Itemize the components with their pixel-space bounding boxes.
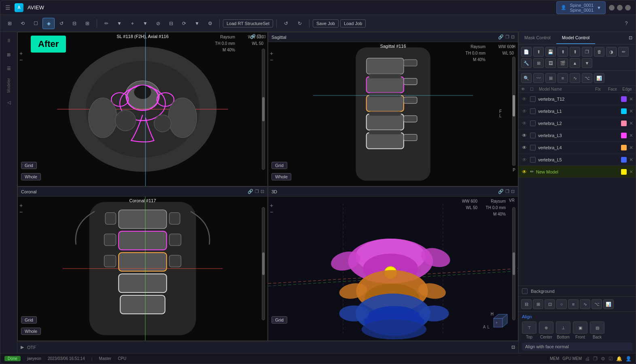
tab-model-control[interactable]: Model Control: [556, 32, 595, 44]
toolbar-btn-grid[interactable]: ⊞: [4, 18, 16, 29]
sidebar-icon-dots[interactable]: ⠿: [3, 35, 15, 47]
coronal-slider[interactable]: [262, 207, 265, 320]
sidebar-icon-arrow[interactable]: ◁: [3, 97, 15, 108]
sagittal-icon-link[interactable]: 🔗: [498, 34, 504, 40]
axial-grid-button[interactable]: Grid: [21, 162, 37, 169]
sidebar-icon-grid[interactable]: ⊞: [3, 49, 15, 60]
coronal-grid-button[interactable]: Grid: [21, 316, 37, 324]
panel-btn-video[interactable]: 🎬: [558, 58, 568, 68]
align-btn-front[interactable]: ▣ Front: [573, 322, 587, 339]
minimize-button[interactable]: ─: [609, 5, 615, 11]
model-check-l4[interactable]: [530, 145, 536, 150]
panel-btn-copy[interactable]: ❐: [582, 47, 592, 57]
sagittal-zoom-minus[interactable]: −: [270, 57, 273, 63]
toolbar-btn-rotate[interactable]: ⟳: [178, 18, 190, 29]
align-icon-3[interactable]: ⊡: [545, 299, 555, 309]
panel-btn-curve[interactable]: ∿: [570, 73, 580, 83]
status-icon-3[interactable]: ⚙: [601, 356, 605, 362]
toolbar-btn-layout[interactable]: ⟲: [17, 18, 29, 29]
panel-btn-chart[interactable]: 📊: [594, 73, 604, 83]
panel-btn-upload[interactable]: ⬆: [558, 47, 568, 57]
panel-btn-upload2[interactable]: ⬆: [570, 47, 580, 57]
model-check-t12[interactable]: [530, 96, 536, 102]
toolbar-btn-arrow[interactable]: ▼: [113, 18, 125, 29]
3d-icon-link[interactable]: 🔗: [498, 189, 504, 194]
otf-expand-icon[interactable]: ▶: [21, 345, 24, 350]
model-eye-t12[interactable]: 👁: [521, 96, 528, 102]
coronal-zoom-plus[interactable]: +: [19, 202, 23, 209]
axial-icon-copy[interactable]: ❐: [257, 34, 261, 39]
toolbar-btn-delete[interactable]: ⊟: [165, 18, 177, 29]
panel-btn-smooth[interactable]: 〰: [533, 73, 544, 83]
new-model-delete[interactable]: ✕: [629, 169, 633, 175]
panel-btn-grid[interactable]: ⊞: [533, 58, 544, 68]
3d-slider[interactable]: [512, 207, 515, 320]
toolbar-btn-pen[interactable]: ✏: [100, 18, 112, 29]
load-rt-button[interactable]: Load RT StructureSet: [223, 19, 273, 28]
load-job-button[interactable]: Load Job: [340, 19, 366, 28]
align-icon-5[interactable]: ≡: [568, 299, 579, 309]
panel-btn-fork[interactable]: ⌥: [582, 73, 592, 83]
panel-btn-save[interactable]: 💾: [545, 47, 556, 57]
panel-btn-delete[interactable]: 🗑: [594, 47, 604, 57]
axial-zoom-plus[interactable]: +: [19, 50, 23, 57]
panel-btn-wrench[interactable]: 🔧: [521, 58, 532, 68]
toolbar-btn-active[interactable]: ◈: [42, 18, 55, 29]
dropdown-icon[interactable]: ▼: [597, 5, 601, 10]
panel-btn-zoom[interactable]: 🔍: [521, 73, 532, 83]
toolbar-btn-redo[interactable]: ↻: [294, 18, 306, 29]
align-icon-4[interactable]: ○: [556, 299, 567, 309]
toolbar-btn-settings[interactable]: ⚙: [204, 18, 216, 29]
3d-icon-expand[interactable]: ⊡: [511, 189, 515, 194]
coronal-zoom-minus[interactable]: −: [19, 209, 23, 215]
toolbar-btn-plus[interactable]: ⊞: [81, 18, 93, 29]
toolbar-btn-arrow2[interactable]: ▼: [139, 18, 151, 29]
nav-cube[interactable]: P: [490, 312, 510, 332]
model-check-l3[interactable]: [530, 133, 536, 138]
sagittal-whole-button[interactable]: Whole: [271, 173, 291, 180]
toolbar-btn-window[interactable]: ☐: [30, 18, 42, 29]
sagittal-slider[interactable]: [512, 57, 515, 166]
otf-right-icon[interactable]: ⊡: [511, 345, 515, 350]
align-btn-bottom[interactable]: ⊥ Bottom: [556, 322, 570, 339]
sagittal-icon-copy[interactable]: ❐: [505, 34, 509, 40]
panel-btn-triangle[interactable]: ▲: [570, 58, 580, 68]
panel-btn-lines[interactable]: ≡: [558, 73, 568, 83]
coronal-icon-link[interactable]: 🔗: [248, 189, 253, 194]
align-btn-center[interactable]: ⊕ Center: [539, 322, 553, 339]
menu-icon[interactable]: ☰: [5, 4, 11, 11]
coronal-whole-button[interactable]: Whole: [21, 328, 41, 335]
status-icon-5[interactable]: 🔔: [616, 356, 622, 362]
align-btn-back[interactable]: ▤ Back: [590, 322, 604, 339]
align-icon-7[interactable]: ⌥: [591, 299, 602, 309]
coronal-icon-expand[interactable]: ⊡: [261, 189, 264, 194]
status-icon-1[interactable]: 🖨: [585, 356, 590, 362]
model-eye-l2[interactable]: 👁: [521, 121, 528, 126]
axial-icon-link[interactable]: 🔗: [250, 34, 256, 39]
model-delete-l1[interactable]: ✕: [629, 108, 633, 114]
panel-btn-down[interactable]: ▼: [582, 58, 592, 68]
3d-zoom-minus[interactable]: −: [270, 209, 273, 215]
model-check-l1[interactable]: [530, 108, 536, 114]
model-check-l5[interactable]: [530, 157, 536, 163]
3d-icon-copy[interactable]: ❐: [505, 189, 509, 194]
toolbar-btn-minus[interactable]: ⊟: [68, 18, 81, 29]
axial-zoom-minus[interactable]: −: [19, 57, 23, 63]
sagittal-icon-expand[interactable]: ⊡: [511, 34, 515, 40]
model-check-l2[interactable]: [530, 121, 536, 126]
model-delete-l5[interactable]: ✕: [629, 157, 633, 163]
align-btn-top[interactable]: ⊤ Top: [522, 322, 536, 339]
3d-zoom-plus[interactable]: +: [270, 202, 273, 209]
maximize-button[interactable]: □: [617, 5, 623, 11]
toolbar-btn-eraser[interactable]: ⌖: [126, 18, 138, 29]
panel-btn-expand[interactable]: ⊞: [545, 73, 556, 83]
panel-expand-icon[interactable]: ⊡: [625, 32, 636, 44]
toolbar-btn-question[interactable]: ?: [620, 18, 632, 29]
model-eye-new[interactable]: 👁: [521, 169, 528, 175]
model-eye-l3[interactable]: 👁: [521, 133, 528, 138]
toolbar-btn-reset[interactable]: ↺: [55, 18, 68, 29]
panel-btn-edit[interactable]: ✏: [618, 47, 629, 57]
panel-btn-image[interactable]: 🖼: [545, 58, 556, 68]
model-eye-l5[interactable]: 👁: [521, 157, 528, 163]
axial-slider[interactable]: [262, 49, 265, 170]
